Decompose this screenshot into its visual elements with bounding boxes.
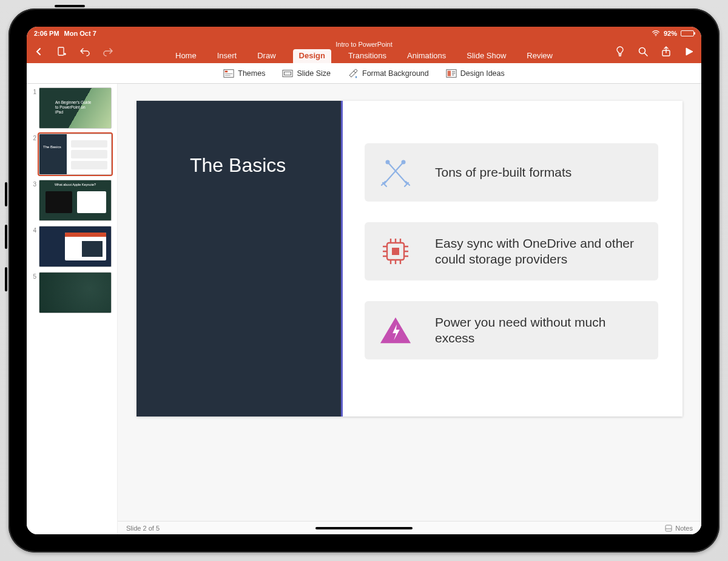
tab-slideshow[interactable]: Slide Show: [463, 49, 510, 63]
status-date: Mon Oct 7: [64, 30, 96, 37]
thumb-number: 5: [30, 272, 36, 280]
ribbon-design-ideas-label: Design Ideas: [460, 69, 505, 78]
app-bar: Intro to PowerPoint Home Insert Draw Des…: [27, 40, 701, 63]
feature-text: Tons of pre-built formats: [435, 165, 571, 180]
wifi-icon: [652, 30, 660, 36]
thumb-4[interactable]: 4: [30, 226, 113, 267]
svg-rect-11: [447, 70, 450, 76]
status-time: 2:06 PM: [34, 30, 59, 37]
svg-rect-7: [225, 75, 231, 75]
slide-position: Slide 2 of 5: [126, 525, 160, 532]
tab-insert[interactable]: Insert: [214, 49, 241, 63]
notes-icon: [665, 525, 672, 532]
chip-icon: [379, 235, 412, 268]
redo-button[interactable]: [102, 46, 114, 58]
svg-rect-12: [452, 71, 455, 72]
svg-point-15: [402, 161, 405, 164]
svg-rect-13: [452, 73, 455, 73]
thumb-number: 3: [30, 180, 36, 188]
thumb-title: What about Apple Keynote?: [39, 183, 111, 186]
thumb-5[interactable]: 5: [30, 272, 113, 313]
svg-rect-19: [666, 525, 672, 531]
tab-draw[interactable]: Draw: [254, 49, 279, 63]
thumb-number: 2: [30, 134, 36, 141]
share-button[interactable]: [660, 46, 672, 58]
feature-card-1[interactable]: Tons of pre-built formats: [365, 143, 658, 202]
thumb-3[interactable]: 3 What about Apple Keynote?: [30, 180, 113, 221]
thumb-number: 1: [30, 87, 36, 95]
ribbon-tabs: Home Insert Draw Design Transitions Anim…: [172, 49, 556, 63]
document-title: Intro to PowerPoint: [335, 41, 393, 48]
feature-card-2[interactable]: Easy sync with OneDrive and other could …: [365, 222, 658, 280]
battery-icon: [681, 30, 694, 36]
workspace: 1 An Beginner's Guide to PowerPoint on i…: [27, 84, 701, 534]
ribbon-themes[interactable]: Themes: [223, 68, 265, 79]
thumb-title: The Basics: [43, 145, 66, 149]
themes-icon: [223, 68, 234, 79]
ribbon-format-background[interactable]: Format Background: [348, 68, 429, 79]
svg-point-16: [386, 161, 389, 164]
slide-size-icon: [282, 68, 293, 79]
slide-title-block[interactable]: The Basics: [136, 101, 343, 416]
ribbon-design-ideas[interactable]: Design Ideas: [446, 68, 505, 79]
format-bg-icon: [348, 68, 359, 79]
tab-animations[interactable]: Animations: [403, 49, 450, 63]
tab-review[interactable]: Review: [523, 49, 556, 63]
slide-thumbnail-panel[interactable]: 1 An Beginner's Guide to PowerPoint on i…: [27, 84, 118, 534]
thumb-2[interactable]: 2 The Basics: [30, 134, 113, 175]
tab-transitions[interactable]: Transitions: [345, 49, 390, 63]
current-slide[interactable]: The Basics Tons of pre-built formats: [136, 101, 682, 416]
notes-toggle[interactable]: Notes: [665, 525, 693, 532]
undo-button[interactable]: [79, 46, 91, 58]
design-ribbon: Themes Slide Size Format Background Desi…: [27, 63, 701, 84]
svg-point-0: [655, 35, 656, 36]
design-ideas-icon: [446, 68, 457, 79]
svg-rect-14: [452, 74, 454, 75]
feature-text: Easy sync with OneDrive and other could …: [435, 236, 644, 268]
back-button[interactable]: [33, 46, 45, 58]
svg-rect-5: [225, 70, 228, 72]
thumb-1[interactable]: 1 An Beginner's Guide to PowerPoint on i…: [30, 87, 113, 129]
ribbon-slide-size-label: Slide Size: [297, 69, 331, 78]
status-bar: 2:06 PM Mon Oct 7 92%: [27, 27, 701, 40]
svg-rect-6: [225, 73, 233, 74]
swords-icon: [379, 156, 412, 189]
tellme-button[interactable]: [614, 46, 626, 58]
svg-rect-18: [392, 248, 399, 255]
warning-bolt-icon: [379, 314, 412, 347]
slide-canvas-area[interactable]: The Basics Tons of pre-built formats: [118, 84, 701, 521]
svg-rect-9: [285, 72, 291, 75]
battery-percent: 92%: [664, 30, 677, 37]
file-menu-button[interactable]: [56, 46, 68, 58]
ribbon-format-bg-label: Format Background: [362, 69, 429, 78]
thumb-title: An Beginner's Guide to PowerPoint on iPa…: [55, 100, 92, 115]
feature-text: Power you need without much excess: [435, 314, 644, 347]
slide-title: The Basics: [190, 154, 286, 416]
ribbon-slide-size[interactable]: Slide Size: [282, 68, 331, 79]
feature-card-3[interactable]: Power you need without much excess: [365, 301, 658, 359]
thumb-number: 4: [30, 226, 36, 234]
tab-design[interactable]: Design: [293, 49, 331, 63]
notes-label: Notes: [675, 525, 693, 532]
svg-rect-1: [58, 47, 64, 55]
present-button[interactable]: [683, 46, 695, 58]
home-indicator[interactable]: [315, 527, 413, 529]
ribbon-themes-label: Themes: [238, 69, 265, 78]
search-button[interactable]: [637, 46, 649, 58]
tab-home[interactable]: Home: [172, 49, 200, 63]
